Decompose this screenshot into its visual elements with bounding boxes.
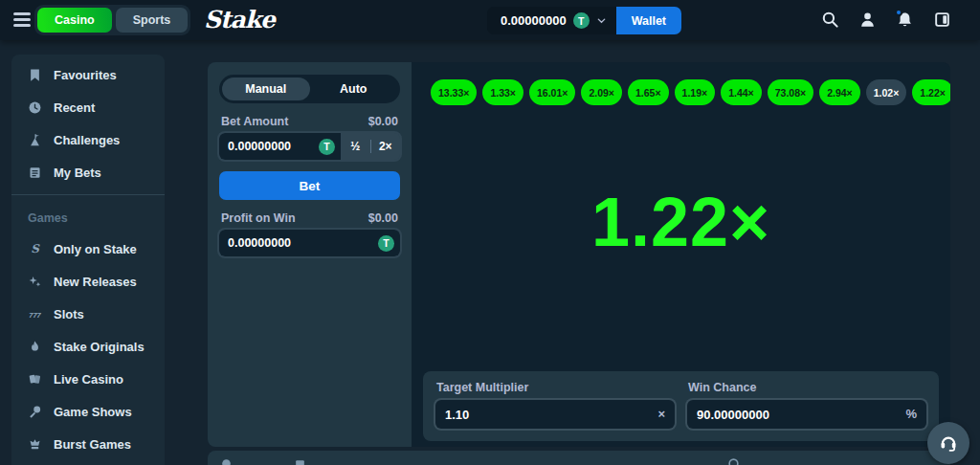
bet-button[interactable]: Bet (219, 171, 400, 200)
target-multiplier-input[interactable] (435, 400, 675, 429)
tether-icon: T (378, 235, 394, 252)
percent-suffix-icon: % (905, 407, 917, 421)
sidebar-item-label: Favourites (54, 68, 117, 82)
history-badge[interactable]: 1.02× (866, 79, 907, 105)
side-panel-toggle-icon[interactable] (933, 11, 951, 29)
bell-icon[interactable] (896, 11, 914, 29)
crown-icon (28, 437, 42, 452)
sidebar-item-favourites[interactable]: Favourites (11, 58, 165, 91)
game-footer-bar (208, 451, 950, 465)
bet-amount-usd: $0.00 (368, 115, 398, 128)
history-badge[interactable]: 2.09× (581, 79, 622, 105)
user-icon[interactable] (858, 11, 877, 29)
sidebar-item-label: Recent (54, 100, 95, 115)
sidebar-item-live-casino[interactable]: Live Casino (11, 363, 165, 395)
sidebar-item-new-releases[interactable]: New Releases (11, 265, 165, 298)
sidebar-item-my-bets[interactable]: My Bets (11, 156, 165, 188)
cards-icon (28, 372, 42, 387)
stats-icon[interactable] (294, 457, 306, 465)
history-badge[interactable]: 1.22× (912, 79, 950, 105)
sidebar-item-label: Live Casino (54, 372, 123, 387)
casino-tab[interactable]: Casino (37, 8, 112, 33)
casino-sports-toggle: Casino Sports (34, 5, 190, 35)
profit-input[interactable] (219, 230, 400, 256)
sidebar-item-only-on-stake[interactable]: S Only on Stake (11, 232, 165, 265)
results-history: 13.33× 1.33× 16.01× 2.09× 1.65× 1.19× 1.… (431, 79, 943, 105)
tether-icon: T (573, 12, 590, 29)
svg-text:S: S (31, 242, 40, 255)
half-bet-button[interactable]: ½ (341, 133, 370, 160)
clock-icon (28, 100, 42, 115)
balance-dropdown[interactable]: 0.00000000 T (487, 7, 616, 34)
bet-controls-panel: Manual Auto Bet Amount $0.00 T ½ 2× Bet … (208, 62, 412, 447)
double-bet-button[interactable]: 2× (371, 133, 401, 160)
multiplier-suffix-icon: × (657, 407, 665, 421)
sidebar-item-game-shows[interactable]: Game Shows (11, 395, 165, 428)
sidebar-item-enhanced-rtp[interactable]: Enhanced RTP (11, 460, 165, 465)
sidebar-divider (11, 194, 165, 195)
history-badge[interactable]: 1.19× (675, 79, 716, 105)
profit-usd: $0.00 (368, 211, 398, 225)
history-badge[interactable]: 13.33× (431, 79, 477, 105)
sidebar-item-label: New Releases (54, 275, 137, 289)
headset-icon (939, 433, 958, 453)
sidebar-item-label: Burst Games (54, 437, 131, 452)
history-badge[interactable]: 16.01× (529, 79, 575, 105)
slots-777-icon: 777 (28, 307, 42, 321)
manual-auto-toggle: Manual Auto (219, 75, 400, 103)
sidebar-item-label: Stake Originals (54, 340, 145, 354)
microphone-icon (28, 405, 42, 419)
sidebar-item-slots[interactable]: 777 Slots (11, 298, 165, 330)
stake-logo[interactable]: Stake (204, 6, 275, 33)
flag-mountain-icon (28, 133, 42, 147)
wallet-button[interactable]: Wallet (616, 7, 681, 34)
svg-text:777: 777 (29, 310, 41, 319)
sidebar-item-stake-originals[interactable]: Stake Originals (11, 330, 165, 363)
balance-value: 0.00000000 (501, 13, 567, 28)
bet-amount-label: Bet Amount (221, 115, 288, 128)
sports-tab[interactable]: Sports (116, 8, 189, 33)
game-screen: 13.33× 1.33× 16.01× 2.09× 1.65× 1.19× 1.… (412, 62, 950, 447)
notification-dot (895, 9, 902, 16)
sidebar: Favourites Recent Challenges My Bets Gam… (11, 55, 165, 465)
menu-icon[interactable] (13, 12, 31, 28)
tab-manual[interactable]: Manual (222, 78, 310, 100)
sidebar-section-games: Games (11, 201, 165, 232)
history-badge[interactable]: 1.65× (628, 79, 669, 105)
history-badge[interactable]: 73.08× (768, 79, 813, 105)
bet-amount-row: T ½ 2× (219, 133, 400, 160)
target-multiplier-label: Target Multiplier (436, 381, 675, 394)
flame-icon (28, 340, 42, 354)
sidebar-item-label: Challenges (54, 133, 120, 147)
sidebar-item-label: My Bets (54, 166, 101, 180)
topbar-icons (821, 11, 951, 29)
chevron-down-icon (596, 15, 607, 26)
current-multiplier: 1.22× (412, 188, 950, 256)
sparkles-icon (28, 275, 42, 289)
win-chance-label: Win Chance (688, 381, 926, 394)
target-settings-panel: Target Multiplier × Win Chance % (423, 371, 939, 441)
sidebar-item-recent[interactable]: Recent (11, 91, 165, 123)
limbo-game-container: Manual Auto Bet Amount $0.00 T ½ 2× Bet … (208, 62, 950, 447)
top-bar: Casino Sports Stake 0.00000000 T Wallet (0, 0, 980, 40)
history-badge[interactable]: 1.33× (482, 79, 523, 105)
sidebar-item-label: Slots (54, 307, 84, 321)
sidebar-item-label: Game Shows (54, 405, 132, 419)
sidebar-item-label: Only on Stake (54, 242, 137, 256)
win-chance-input[interactable] (687, 400, 926, 429)
history-badge[interactable]: 2.94× (819, 79, 860, 105)
search-icon[interactable] (821, 11, 839, 29)
sidebar-item-burst-games[interactable]: Burst Games (11, 428, 165, 460)
bookmark-icon (28, 68, 42, 82)
sidebar-item-challenges[interactable]: Challenges (11, 123, 165, 156)
tether-icon: T (319, 139, 335, 155)
profit-on-win-label: Profit on Win (221, 211, 296, 225)
history-badge[interactable]: 1.44× (721, 79, 762, 105)
support-button[interactable] (927, 422, 969, 464)
tab-auto[interactable]: Auto (310, 78, 398, 100)
balance-wallet-group: 0.00000000 T Wallet (487, 7, 681, 34)
fairness-icon[interactable] (727, 457, 740, 465)
stake-s-icon: S (28, 242, 42, 256)
settings-icon[interactable] (220, 457, 233, 465)
list-icon (28, 166, 42, 180)
